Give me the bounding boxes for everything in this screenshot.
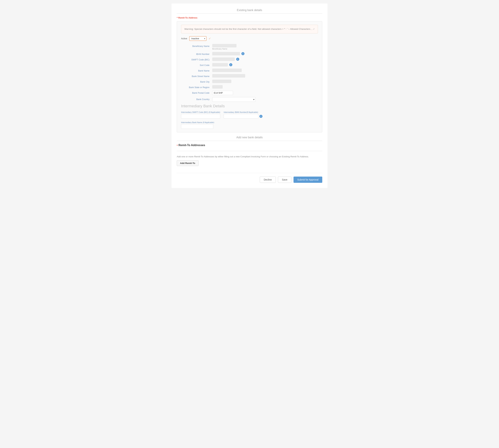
active-label: Active — [181, 37, 187, 40]
bank-city-label: Bank City — [181, 80, 212, 83]
beneficiary-field-col: Beneficiary Name — [212, 44, 237, 50]
intermediary-bank-name-section: Intermediary Bank Name (If Applicable) — [181, 121, 318, 129]
bank-postal-input[interactable]: E14 5HP — [212, 91, 233, 95]
swift-info-icon[interactable]: i — [236, 58, 239, 61]
iban-row: IBAN Number i — [181, 52, 318, 55]
intermediary-swift-input[interactable] — [181, 114, 220, 119]
active-row: Active Active Inactive ✓ — [181, 36, 318, 41]
intermediary-iban-info-icon[interactable]: i — [259, 115, 262, 118]
bank-city-value — [212, 80, 318, 83]
bank-name-row: Bank Name — [181, 68, 318, 72]
intermediary-header: Intermediary Bank Details — [181, 104, 318, 108]
intermediary-swift-label: Intermediary SWIFT Code (BIC) (If Applic… — [181, 111, 220, 113]
beneficiary-label: Beneficiary Name — [181, 44, 212, 48]
swift-row: SWIFT Code (BIC) i — [181, 57, 318, 61]
beneficiary-value: Beneficiary Name — [212, 44, 318, 50]
iban-value: i — [212, 52, 318, 55]
bank-street-label: Bank Street Name — [181, 74, 212, 78]
bank-state-row: Bank State or Region — [181, 85, 318, 89]
decline-button[interactable]: Decline — [260, 176, 276, 183]
bank-country-row: Bank Country — [181, 97, 318, 102]
check-icon: ✓ — [209, 37, 211, 40]
bank-name-input[interactable] — [212, 68, 242, 72]
save-button[interactable]: Save — [278, 176, 292, 183]
sort-code-row: Sort Code i — [181, 63, 318, 66]
sort-code-value: i — [212, 63, 318, 66]
add-new-bank-header: Add new bank details — [177, 136, 322, 141]
bank-state-input[interactable] — [212, 85, 223, 89]
intermediary-fields-row: Intermediary SWIFT Code (BIC) (If Applic… — [181, 111, 318, 119]
bank-country-select[interactable] — [212, 97, 256, 102]
bank-name-label: Bank Name — [181, 68, 212, 72]
remit-to-addresses-label: Remit-To Addresses — [177, 144, 322, 147]
bank-state-value — [212, 85, 318, 89]
iban-input[interactable] — [212, 52, 240, 55]
bank-state-label: Bank State or Region — [181, 85, 212, 89]
intermediary-section: Intermediary Bank Details Intermediary S… — [181, 104, 318, 129]
intermediary-iban-field: Intermediary IBAN Number(If Applicable) … — [224, 111, 262, 119]
bank-country-select-wrapper — [212, 97, 256, 102]
bank-street-input[interactable] — [212, 74, 245, 78]
divider — [177, 151, 322, 151]
existing-bank-header: Existing bank details — [177, 9, 322, 14]
swift-value: i — [212, 57, 318, 61]
intermediary-iban-input[interactable] — [224, 114, 258, 119]
intermediary-swift-field: Intermediary SWIFT Code (BIC) (If Applic… — [181, 111, 220, 119]
intermediary-bank-name-input[interactable] — [181, 124, 213, 129]
status-select-wrapper: Active Inactive — [189, 36, 206, 41]
iban-info-icon[interactable]: i — [241, 52, 244, 55]
sort-code-info-icon[interactable]: i — [229, 63, 232, 66]
bank-city-row: Bank City — [181, 80, 318, 83]
bank-street-value — [212, 74, 318, 78]
bank-street-row: Bank Street Name — [181, 74, 318, 78]
submit-for-approval-button[interactable]: Submit for Approval — [293, 176, 322, 183]
intermediary-bank-name-label: Intermediary Bank Name (If Applicable) — [181, 121, 318, 123]
bank-postal-row: Bank Postal Code E14 5HP — [181, 91, 318, 95]
beneficiary-hint: Beneficiary Name — [212, 48, 237, 50]
bank-country-label: Bank Country — [181, 97, 212, 101]
bank-name-value — [212, 68, 318, 72]
existing-bank-card: Warning: Special characters should not b… — [177, 21, 322, 132]
remit-desc: Add one or more Remit-To Addresses by ei… — [177, 155, 322, 158]
add-remit-button[interactable]: Add Remit-To — [177, 160, 199, 166]
bank-postal-label: Bank Postal Code — [181, 91, 212, 94]
swift-input[interactable] — [212, 57, 235, 61]
footer-actions: Decline Save Submit for Approval — [177, 173, 322, 183]
page-container: Existing bank details Remit-To Address W… — [172, 3, 327, 188]
intermediary-iban-label: Intermediary IBAN Number(If Applicable) — [224, 111, 262, 113]
beneficiary-name-input[interactable] — [212, 44, 237, 48]
warning-message: Warning: Special characters should not b… — [181, 25, 318, 33]
add-new-bank-title: Add new bank details — [236, 136, 263, 139]
status-select[interactable]: Active Inactive — [189, 36, 206, 41]
iban-label: IBAN Number — [181, 52, 212, 55]
remit-to-label: Remit-To Address — [177, 16, 322, 19]
bank-country-value — [212, 97, 318, 102]
existing-bank-title: Existing bank details — [237, 9, 262, 12]
bank-city-input[interactable] — [212, 80, 231, 83]
beneficiary-row: Beneficiary Name Beneficiary Name — [181, 44, 318, 50]
bank-postal-value: E14 5HP — [212, 91, 318, 95]
swift-label: SWIFT Code (BIC) — [181, 57, 212, 61]
sort-code-input[interactable] — [212, 63, 228, 66]
sort-code-label: Sort Code — [181, 63, 212, 66]
